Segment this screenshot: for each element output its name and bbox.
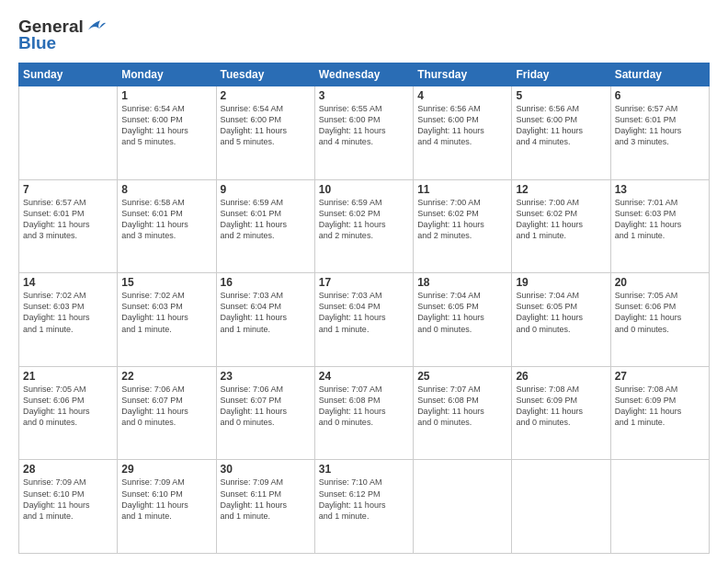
day-info: Sunrise: 7:08 AM Sunset: 6:09 PM Dayligh… <box>615 384 705 429</box>
day-number: 26 <box>516 370 606 383</box>
day-info: Sunrise: 6:56 AM Sunset: 6:00 PM Dayligh… <box>516 103 606 148</box>
day-number: 23 <box>221 370 311 383</box>
day-info: Sunrise: 6:54 AM Sunset: 6:00 PM Dayligh… <box>221 103 311 148</box>
day-number: 16 <box>221 276 311 289</box>
calendar-cell <box>19 86 118 180</box>
weekday-header-monday: Monday <box>118 63 216 86</box>
calendar-cell: 29Sunrise: 7:09 AM Sunset: 6:10 PM Dayli… <box>118 460 216 554</box>
calendar-cell: 25Sunrise: 7:07 AM Sunset: 6:08 PM Dayli… <box>414 366 512 460</box>
calendar-week-1: 7Sunrise: 6:57 AM Sunset: 6:01 PM Daylig… <box>19 179 710 273</box>
day-number: 12 <box>516 183 606 196</box>
calendar-cell: 7Sunrise: 6:57 AM Sunset: 6:01 PM Daylig… <box>19 179 118 273</box>
day-number: 4 <box>417 89 507 102</box>
day-number: 6 <box>615 89 705 102</box>
weekday-header-thursday: Thursday <box>414 63 512 86</box>
calendar-cell: 24Sunrise: 7:07 AM Sunset: 6:08 PM Dayli… <box>314 366 413 460</box>
day-info: Sunrise: 7:02 AM Sunset: 6:03 PM Dayligh… <box>121 290 211 335</box>
day-number: 17 <box>319 276 409 289</box>
day-info: Sunrise: 6:59 AM Sunset: 6:01 PM Dayligh… <box>221 197 311 242</box>
day-number: 27 <box>615 370 705 383</box>
calendar-cell: 1Sunrise: 6:54 AM Sunset: 6:00 PM Daylig… <box>118 86 216 180</box>
calendar-week-4: 28Sunrise: 7:09 AM Sunset: 6:10 PM Dayli… <box>19 460 710 554</box>
day-info: Sunrise: 7:09 AM Sunset: 6:10 PM Dayligh… <box>23 477 113 522</box>
day-info: Sunrise: 7:02 AM Sunset: 6:03 PM Dayligh… <box>23 290 113 335</box>
calendar-cell: 6Sunrise: 6:57 AM Sunset: 6:01 PM Daylig… <box>610 86 709 180</box>
day-number: 2 <box>221 89 311 102</box>
logo: General Blue <box>18 17 106 53</box>
header: General Blue <box>18 17 710 53</box>
calendar-cell: 10Sunrise: 6:59 AM Sunset: 6:02 PM Dayli… <box>314 179 413 273</box>
calendar-cell: 13Sunrise: 7:01 AM Sunset: 6:03 PM Dayli… <box>610 179 709 273</box>
day-number: 20 <box>615 276 705 289</box>
day-info: Sunrise: 7:05 AM Sunset: 6:06 PM Dayligh… <box>615 290 705 335</box>
calendar-cell: 11Sunrise: 7:00 AM Sunset: 6:02 PM Dayli… <box>414 179 512 273</box>
calendar-cell: 2Sunrise: 6:54 AM Sunset: 6:00 PM Daylig… <box>216 86 314 180</box>
calendar-cell: 17Sunrise: 7:03 AM Sunset: 6:04 PM Dayli… <box>314 273 413 367</box>
day-number: 31 <box>319 463 409 476</box>
day-info: Sunrise: 7:07 AM Sunset: 6:08 PM Dayligh… <box>319 384 409 429</box>
calendar-cell: 26Sunrise: 7:08 AM Sunset: 6:09 PM Dayli… <box>512 366 610 460</box>
calendar-cell: 9Sunrise: 6:59 AM Sunset: 6:01 PM Daylig… <box>216 179 314 273</box>
day-info: Sunrise: 7:03 AM Sunset: 6:04 PM Dayligh… <box>221 290 311 335</box>
day-number: 30 <box>221 463 311 476</box>
logo-bird-icon <box>85 16 106 36</box>
day-number: 8 <box>121 183 211 196</box>
day-number: 19 <box>516 276 606 289</box>
calendar-cell: 19Sunrise: 7:04 AM Sunset: 6:05 PM Dayli… <box>512 273 610 367</box>
day-number: 13 <box>615 183 705 196</box>
day-info: Sunrise: 7:01 AM Sunset: 6:03 PM Dayligh… <box>615 197 705 242</box>
day-number: 15 <box>121 276 211 289</box>
weekday-header-saturday: Saturday <box>610 63 709 86</box>
day-number: 10 <box>319 183 409 196</box>
day-number: 9 <box>221 183 311 196</box>
day-info: Sunrise: 6:59 AM Sunset: 6:02 PM Dayligh… <box>319 197 409 242</box>
calendar-cell <box>414 460 512 554</box>
day-number: 1 <box>121 89 211 102</box>
day-info: Sunrise: 7:09 AM Sunset: 6:10 PM Dayligh… <box>121 477 211 522</box>
calendar-cell: 21Sunrise: 7:05 AM Sunset: 6:06 PM Dayli… <box>19 366 118 460</box>
calendar-header-row: SundayMondayTuesdayWednesdayThursdayFrid… <box>19 63 710 86</box>
day-number: 28 <box>23 463 113 476</box>
day-info: Sunrise: 7:08 AM Sunset: 6:09 PM Dayligh… <box>516 384 606 429</box>
day-info: Sunrise: 7:07 AM Sunset: 6:08 PM Dayligh… <box>417 384 507 429</box>
calendar-cell <box>512 460 610 554</box>
calendar-cell: 15Sunrise: 7:02 AM Sunset: 6:03 PM Dayli… <box>118 273 216 367</box>
calendar-cell: 4Sunrise: 6:56 AM Sunset: 6:00 PM Daylig… <box>414 86 512 180</box>
weekday-header-friday: Friday <box>512 63 610 86</box>
day-number: 25 <box>417 370 507 383</box>
day-info: Sunrise: 7:09 AM Sunset: 6:11 PM Dayligh… <box>221 477 311 522</box>
calendar-cell: 22Sunrise: 7:06 AM Sunset: 6:07 PM Dayli… <box>118 366 216 460</box>
calendar-week-3: 21Sunrise: 7:05 AM Sunset: 6:06 PM Dayli… <box>19 366 710 460</box>
day-info: Sunrise: 6:56 AM Sunset: 6:00 PM Dayligh… <box>417 103 507 148</box>
day-info: Sunrise: 7:04 AM Sunset: 6:05 PM Dayligh… <box>516 290 606 335</box>
calendar-cell: 18Sunrise: 7:04 AM Sunset: 6:05 PM Dayli… <box>414 273 512 367</box>
day-info: Sunrise: 6:54 AM Sunset: 6:00 PM Dayligh… <box>121 103 211 148</box>
calendar-cell: 27Sunrise: 7:08 AM Sunset: 6:09 PM Dayli… <box>610 366 709 460</box>
day-info: Sunrise: 7:00 AM Sunset: 6:02 PM Dayligh… <box>417 197 507 242</box>
day-number: 14 <box>23 276 113 289</box>
day-number: 18 <box>417 276 507 289</box>
calendar-week-0: 1Sunrise: 6:54 AM Sunset: 6:00 PM Daylig… <box>19 86 710 180</box>
day-info: Sunrise: 6:58 AM Sunset: 6:01 PM Dayligh… <box>121 197 211 242</box>
day-number: 11 <box>417 183 507 196</box>
day-number: 21 <box>23 370 113 383</box>
calendar-table: SundayMondayTuesdayWednesdayThursdayFrid… <box>18 63 710 554</box>
calendar-cell: 31Sunrise: 7:10 AM Sunset: 6:12 PM Dayli… <box>314 460 413 554</box>
calendar-cell: 8Sunrise: 6:58 AM Sunset: 6:01 PM Daylig… <box>118 179 216 273</box>
calendar-cell: 5Sunrise: 6:56 AM Sunset: 6:00 PM Daylig… <box>512 86 610 180</box>
day-info: Sunrise: 6:57 AM Sunset: 6:01 PM Dayligh… <box>23 197 113 242</box>
day-info: Sunrise: 6:57 AM Sunset: 6:01 PM Dayligh… <box>615 103 705 148</box>
page: General Blue SundayMondayTuesdayWednesda… <box>0 0 728 563</box>
day-info: Sunrise: 7:06 AM Sunset: 6:07 PM Dayligh… <box>121 384 211 429</box>
weekday-header-wednesday: Wednesday <box>314 63 413 86</box>
day-number: 5 <box>516 89 606 102</box>
day-info: Sunrise: 7:06 AM Sunset: 6:07 PM Dayligh… <box>221 384 311 429</box>
day-info: Sunrise: 6:55 AM Sunset: 6:00 PM Dayligh… <box>319 103 409 148</box>
day-number: 7 <box>23 183 113 196</box>
weekday-header-sunday: Sunday <box>19 63 118 86</box>
calendar-cell: 14Sunrise: 7:02 AM Sunset: 6:03 PM Dayli… <box>19 273 118 367</box>
day-info: Sunrise: 7:04 AM Sunset: 6:05 PM Dayligh… <box>417 290 507 335</box>
calendar-cell: 12Sunrise: 7:00 AM Sunset: 6:02 PM Dayli… <box>512 179 610 273</box>
weekday-header-tuesday: Tuesday <box>216 63 314 86</box>
day-info: Sunrise: 7:05 AM Sunset: 6:06 PM Dayligh… <box>23 384 113 429</box>
